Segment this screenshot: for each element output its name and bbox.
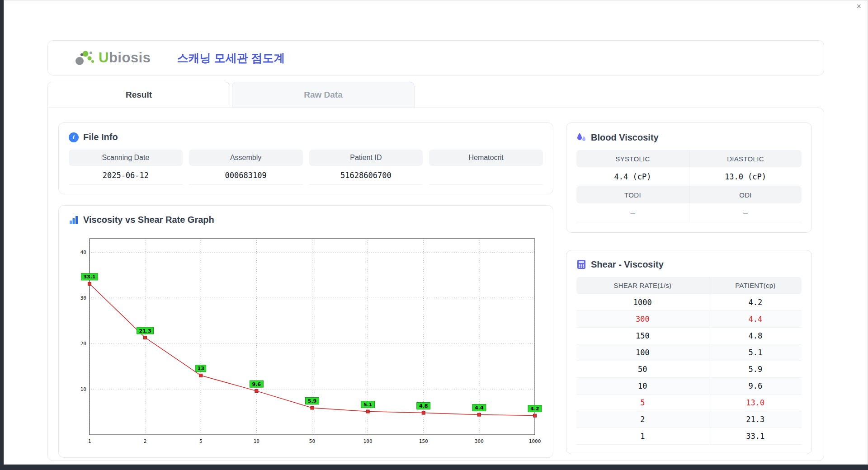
- shear-viscosity-title-text: Shear - Viscosity: [591, 259, 664, 270]
- close-icon[interactable]: ×: [856, 2, 861, 10]
- svg-text:1: 1: [88, 438, 91, 444]
- app-content: Ubiosis 스캐닝 모세관 점도계 Result Raw Data i Fi…: [47, 40, 824, 458]
- col-shear-rate: SHEAR RATE(1/s): [576, 277, 709, 294]
- table-row: 10004.2: [576, 294, 802, 311]
- graph-panel: Viscosity vs Shear Rate Graph 1251050100…: [58, 205, 553, 458]
- todi-value: –: [576, 203, 689, 222]
- blood-viscosity-table: SYSTOLIC DIASTOLIC 4.4 (cP) 13.0 (cP) TO…: [576, 150, 802, 222]
- tab-raw-data[interactable]: Raw Data: [232, 82, 415, 108]
- field-scanning-date: Scanning Date 2025-06-12: [69, 150, 183, 185]
- graph-title: Viscosity vs Shear Rate Graph: [69, 215, 543, 225]
- svg-text:100: 100: [363, 438, 373, 444]
- ubiosis-logo: Ubiosis: [74, 49, 151, 67]
- svg-text:1000: 1000: [529, 438, 541, 444]
- shear-viscosity-title: Shear - Viscosity: [576, 259, 802, 270]
- diastolic-header: DIASTOLIC: [689, 150, 802, 167]
- patient-cell: 5.1: [709, 344, 802, 361]
- shear-rate-cell: 1: [576, 428, 709, 445]
- table-row: 3004.4: [576, 311, 802, 328]
- field-hematocrit: Hematocrit: [429, 150, 543, 185]
- table-row: 513.0: [576, 395, 802, 411]
- svg-text:5: 5: [199, 438, 203, 444]
- table-header-row: SHEAR RATE(1/s) PATIENT(cp): [576, 277, 802, 294]
- todi-header: TODI: [576, 186, 689, 203]
- patient-cell: 4.2: [709, 294, 802, 311]
- field-label: Assembly: [189, 150, 303, 166]
- field-label: Patient ID: [309, 150, 423, 166]
- logo-text: Ubiosis: [99, 50, 151, 66]
- shear-rate-cell: 1000: [576, 294, 709, 311]
- shear-rate-cell: 5: [576, 395, 709, 411]
- file-info-panel: i File Info Scanning Date 2025-06-12 Ass…: [58, 122, 553, 194]
- result-panel: i File Info Scanning Date 2025-06-12 Ass…: [47, 108, 824, 461]
- shear-rate-cell: 300: [576, 311, 709, 328]
- file-info-title: i File Info: [69, 132, 543, 142]
- shear-rate-cell: 10: [576, 378, 709, 395]
- systolic-header: SYSTOLIC: [576, 150, 689, 167]
- svg-text:10: 10: [254, 438, 259, 444]
- svg-text:9.6: 9.6: [252, 381, 261, 387]
- shear-rate-cell: 2: [576, 411, 709, 428]
- field-label: Scanning Date: [69, 150, 183, 166]
- droplet-icon: [576, 132, 586, 143]
- svg-text:2: 2: [144, 438, 147, 444]
- systolic-value: 4.4 (cP): [576, 167, 689, 186]
- field-value: 000683109: [189, 166, 303, 185]
- svg-text:20: 20: [80, 341, 86, 347]
- tab-bar: Result Raw Data: [47, 82, 824, 108]
- header: Ubiosis 스캐닝 모세관 점도계: [47, 40, 824, 75]
- svg-text:5.1: 5.1: [363, 402, 372, 408]
- shear-rate-cell: 100: [576, 344, 709, 361]
- svg-text:30: 30: [80, 295, 86, 301]
- odi-value: –: [689, 203, 802, 222]
- bar-chart-icon: [69, 215, 79, 225]
- svg-text:4.8: 4.8: [419, 403, 428, 409]
- patient-cell: 4.8: [709, 328, 802, 344]
- svg-text:4.2: 4.2: [530, 406, 539, 412]
- shear-rate-cell: 50: [576, 361, 709, 378]
- logo-cluster-icon: [74, 49, 95, 67]
- svg-text:13: 13: [198, 366, 204, 371]
- blood-viscosity-title: Blood Viscosity: [576, 132, 802, 143]
- field-value: 2025-06-12: [69, 166, 183, 185]
- table-row: 505.9: [576, 361, 802, 378]
- svg-text:21.3: 21.3: [139, 328, 151, 334]
- tab-result[interactable]: Result: [47, 82, 230, 108]
- shear-viscosity-panel: Shear - Viscosity SHEAR RATE(1/s) PATIEN…: [566, 250, 812, 455]
- patient-cell: 21.3: [709, 411, 802, 428]
- field-value: [429, 166, 543, 185]
- field-label: Hematocrit: [429, 150, 543, 166]
- shear-viscosity-table: SHEAR RATE(1/s) PATIENT(cp) 10004.2 3004…: [576, 277, 802, 445]
- patient-cell: 9.6: [709, 378, 802, 395]
- left-column: i File Info Scanning Date 2025-06-12 Ass…: [58, 122, 553, 454]
- field-patient-id: Patient ID 51628606700: [309, 150, 423, 185]
- col-patient: PATIENT(cp): [709, 277, 802, 294]
- svg-text:40: 40: [80, 249, 86, 255]
- patient-cell: 5.9: [709, 361, 802, 378]
- app-window: × Ubiosis 스캐닝 모세관 점도계 Result Raw Data: [4, 0, 868, 465]
- patient-cell: 13.0: [709, 395, 802, 411]
- svg-text:50: 50: [309, 438, 315, 444]
- table-row: 1005.1: [576, 344, 802, 361]
- table-row: 1504.8: [576, 328, 802, 344]
- field-assembly: Assembly 000683109: [189, 150, 303, 185]
- shear-rate-cell: 150: [576, 328, 709, 344]
- blood-viscosity-title-text: Blood Viscosity: [591, 132, 659, 143]
- patient-cell: 4.4: [709, 311, 802, 328]
- file-info-fields: Scanning Date 2025-06-12 Assembly 000683…: [69, 150, 543, 185]
- patient-cell: 33.1: [709, 428, 802, 445]
- table-row: 109.6: [576, 378, 802, 395]
- graph-title-text: Viscosity vs Shear Rate Graph: [83, 215, 214, 225]
- right-column: Blood Viscosity SYSTOLIC DIASTOLIC 4.4 (…: [566, 122, 812, 454]
- table-row: 221.3: [576, 411, 802, 428]
- diastolic-value: 13.0 (cP): [689, 167, 802, 186]
- svg-text:33.1: 33.1: [83, 274, 95, 280]
- svg-text:150: 150: [419, 438, 428, 444]
- svg-text:300: 300: [475, 438, 484, 444]
- svg-text:4.4: 4.4: [475, 405, 484, 411]
- blood-viscosity-panel: Blood Viscosity SYSTOLIC DIASTOLIC 4.4 (…: [566, 122, 812, 233]
- odi-header: ODI: [689, 186, 802, 203]
- viscosity-shear-chart: 125105010015030010001020304033.121.3139.…: [69, 232, 543, 448]
- info-icon: i: [69, 132, 79, 142]
- file-info-title-text: File Info: [83, 132, 118, 142]
